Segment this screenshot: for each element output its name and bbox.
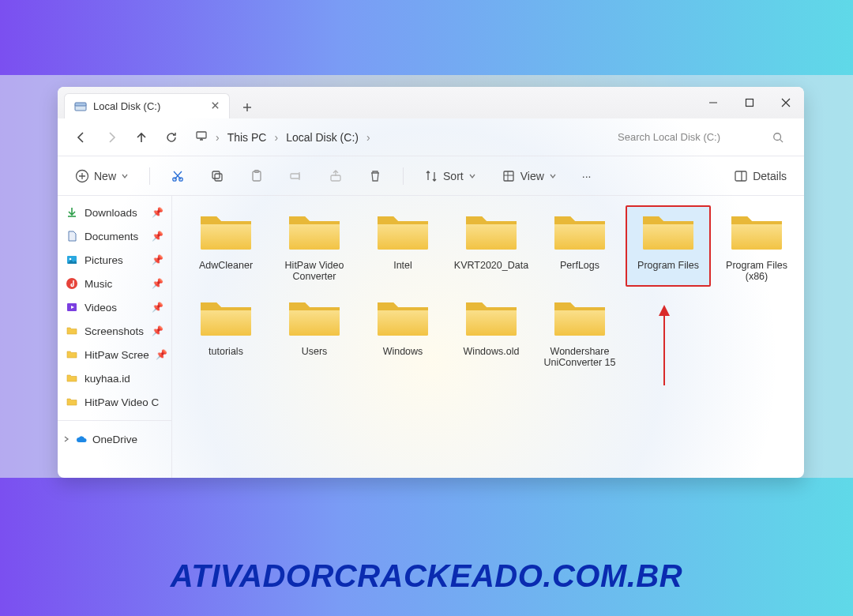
folder-icon bbox=[197, 208, 254, 260]
paste-button[interactable] bbox=[245, 166, 269, 186]
folder-item[interactable]: Wondershare UniConverter 15 bbox=[537, 291, 622, 373]
crumb-this-pc[interactable]: This PC bbox=[227, 131, 267, 144]
chevron-down-icon bbox=[121, 170, 129, 182]
folder-label: HitPaw Video Converter bbox=[273, 260, 355, 282]
toolbar-separator bbox=[403, 167, 404, 185]
pin-icon: 📌 bbox=[152, 302, 163, 313]
pin-icon: 📌 bbox=[152, 231, 163, 242]
folder-icon bbox=[640, 208, 697, 260]
chevron-right-icon: › bbox=[274, 131, 278, 144]
forward-button[interactable] bbox=[100, 126, 122, 148]
folder-item[interactable]: Intel bbox=[360, 205, 445, 287]
folder-label: Windows.old bbox=[464, 346, 520, 357]
folder-item[interactable]: PerfLogs bbox=[537, 205, 622, 287]
toolbar-separator bbox=[149, 167, 150, 185]
view-label: View bbox=[520, 170, 544, 182]
chevron-right-icon bbox=[62, 434, 70, 445]
svg-rect-13 bbox=[331, 175, 340, 181]
details-label: Details bbox=[753, 170, 787, 182]
crumb-local-disk[interactable]: Local Disk (C:) bbox=[286, 131, 359, 144]
folder-icon bbox=[551, 208, 608, 260]
download-icon bbox=[66, 206, 78, 219]
folder-item[interactable]: Windows bbox=[360, 291, 445, 373]
folder-icon bbox=[463, 208, 520, 260]
folder-item[interactable]: Program Files bbox=[626, 205, 711, 287]
sort-label: Sort bbox=[443, 170, 464, 182]
sidebar-item-label: Downloads bbox=[85, 207, 137, 219]
sidebar-item-downloads[interactable]: Downloads📌 bbox=[58, 201, 171, 224]
folder-content[interactable]: AdwCleanerHitPaw Video ConverterIntelKVR… bbox=[172, 196, 804, 478]
copy-icon bbox=[210, 169, 224, 183]
sidebar-item-label: Pictures bbox=[85, 254, 123, 266]
sidebar-onedrive[interactable]: OneDrive bbox=[58, 427, 171, 451]
cloud-icon bbox=[75, 433, 88, 445]
sidebar-item-pictures[interactable]: Pictures📌 bbox=[58, 248, 171, 272]
copy-button[interactable] bbox=[205, 166, 229, 186]
drive-icon bbox=[74, 100, 87, 113]
folder-label: Wondershare UniConverter 15 bbox=[539, 346, 621, 368]
delete-button[interactable] bbox=[363, 166, 387, 186]
toolbar: New Sort View ··· Details bbox=[58, 156, 804, 196]
maximize-button[interactable] bbox=[731, 87, 768, 118]
music-icon bbox=[66, 277, 78, 290]
up-button[interactable] bbox=[130, 126, 152, 148]
share-icon bbox=[329, 169, 343, 183]
details-pane-icon bbox=[734, 169, 748, 183]
monitor-icon bbox=[195, 130, 208, 145]
details-button[interactable]: Details bbox=[729, 166, 791, 186]
sidebar-item-label: Screenshots bbox=[85, 325, 144, 337]
sidebar-item-screenshots[interactable]: Screenshots📌 bbox=[58, 319, 171, 343]
folder-item[interactable]: Windows.old bbox=[449, 291, 534, 373]
folder-icon bbox=[551, 295, 608, 346]
folder-icon bbox=[728, 208, 785, 260]
pin-icon: 📌 bbox=[152, 278, 163, 289]
search-input[interactable]: Search Local Disk (C:) bbox=[610, 125, 791, 150]
folder-icon bbox=[66, 372, 78, 385]
sidebar-item-documents[interactable]: Documents📌 bbox=[58, 224, 171, 248]
folder-item[interactable]: AdwCleaner bbox=[183, 205, 269, 287]
share-button[interactable] bbox=[324, 166, 348, 186]
sidebar-item-label: kuyhaa.id bbox=[85, 373, 130, 385]
back-button[interactable] bbox=[70, 126, 92, 148]
folder-icon bbox=[66, 396, 78, 408]
folder-icon bbox=[66, 348, 78, 361]
svg-point-17 bbox=[70, 258, 72, 261]
view-button[interactable]: View bbox=[497, 166, 562, 186]
folder-icon bbox=[286, 208, 343, 260]
sidebar-item-kuyhaa-id[interactable]: kuyhaa.id bbox=[58, 366, 171, 390]
close-tab-icon[interactable] bbox=[211, 100, 220, 112]
rename-button[interactable] bbox=[284, 166, 308, 186]
cut-button[interactable] bbox=[166, 166, 190, 186]
sidebar-item-label: Music bbox=[85, 278, 112, 290]
folder-label: Program Files bbox=[637, 260, 699, 271]
folder-label: Windows bbox=[383, 346, 423, 357]
sidebar-item-hitpaw-scree[interactable]: HitPaw Scree📌 bbox=[58, 343, 171, 366]
svg-rect-8 bbox=[212, 171, 220, 178]
folder-item[interactable]: HitPaw Video Converter bbox=[272, 205, 357, 287]
new-tab-button[interactable] bbox=[236, 96, 258, 118]
chevron-down-icon bbox=[549, 170, 557, 182]
refresh-button[interactable] bbox=[160, 126, 182, 148]
close-window-button[interactable] bbox=[768, 87, 804, 118]
paste-icon bbox=[250, 169, 264, 183]
new-button[interactable]: New bbox=[70, 166, 133, 186]
minimize-button[interactable] bbox=[695, 87, 731, 118]
folder-item[interactable]: KVRT2020_Data bbox=[449, 205, 534, 287]
pin-icon: 📌 bbox=[152, 207, 163, 218]
sidebar-item-videos[interactable]: Videos📌 bbox=[58, 295, 171, 319]
folder-item[interactable]: Users bbox=[272, 291, 357, 373]
folder-item[interactable]: tutorials bbox=[183, 291, 269, 373]
sort-button[interactable]: Sort bbox=[419, 166, 481, 186]
sidebar-item-hitpaw-video-c[interactable]: HitPaw Video C bbox=[58, 390, 171, 414]
window-body: Downloads📌Documents📌Pictures📌Music📌Video… bbox=[58, 196, 804, 478]
folder-icon bbox=[463, 295, 520, 346]
svg-rect-12 bbox=[291, 174, 299, 178]
more-button[interactable]: ··· bbox=[577, 167, 596, 186]
plus-circle-icon bbox=[75, 169, 89, 183]
breadcrumb[interactable]: › This PC › Local Disk (C:) › bbox=[195, 130, 602, 145]
sidebar-item-music[interactable]: Music📌 bbox=[58, 272, 171, 295]
folder-item[interactable]: Program Files (x86) bbox=[714, 205, 799, 287]
folder-label: tutorials bbox=[209, 346, 243, 357]
window-tab[interactable]: Local Disk (C:) bbox=[64, 93, 230, 118]
folder-label: Intel bbox=[393, 260, 412, 271]
